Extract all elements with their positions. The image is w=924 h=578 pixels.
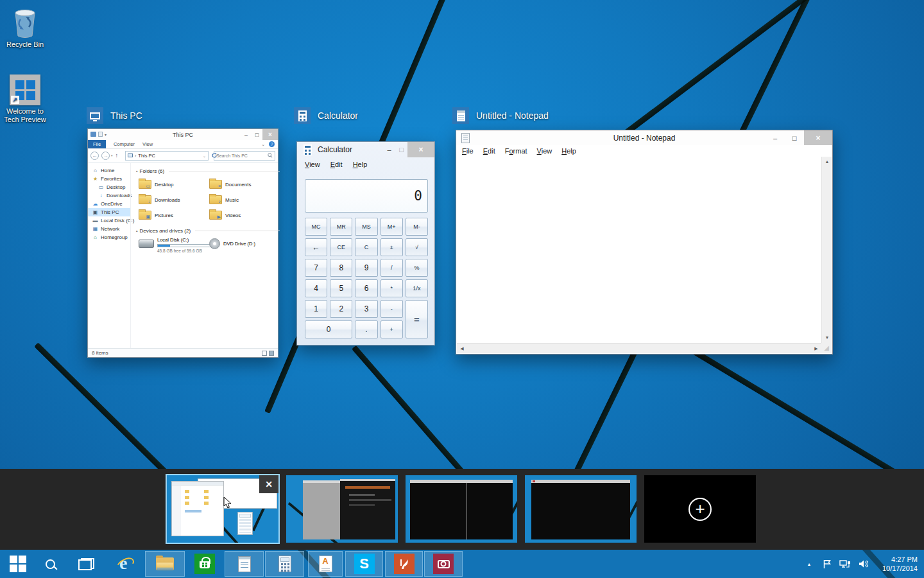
key-sqrt[interactable]: √ bbox=[406, 238, 428, 256]
menu-file[interactable]: File bbox=[462, 147, 474, 155]
folder-item-desktop[interactable]: ▭Desktop bbox=[139, 177, 209, 192]
horizontal-scrollbar[interactable]: ◀ ▶ bbox=[457, 343, 821, 353]
key-4[interactable]: 4 bbox=[305, 279, 327, 297]
key-6[interactable]: 6 bbox=[355, 279, 377, 297]
minimize-button[interactable]: – bbox=[383, 142, 395, 157]
sidebar-item-local-disk[interactable]: ▬Local Disk (C:) bbox=[88, 216, 130, 225]
help-icon[interactable]: ? bbox=[269, 141, 275, 147]
vertical-scrollbar[interactable]: ▲ ▼ bbox=[821, 157, 832, 343]
network-icon[interactable] bbox=[839, 554, 851, 574]
folders-section-header[interactable]: ▴ Folders (6) bbox=[136, 167, 280, 175]
key-7[interactable]: 7 bbox=[305, 259, 327, 277]
thumbnail-view-icon[interactable] bbox=[269, 351, 274, 356]
sidebar-item-home[interactable]: ⌂Home bbox=[88, 166, 130, 175]
taskview-label-calculator[interactable]: Calculator bbox=[294, 107, 358, 124]
close-button[interactable]: × bbox=[262, 129, 278, 140]
menu-edit[interactable]: Edit bbox=[483, 147, 495, 155]
key-equals[interactable]: = bbox=[406, 300, 428, 338]
maximize-button[interactable]: □ bbox=[785, 130, 804, 145]
key-0[interactable]: 0 bbox=[305, 320, 352, 338]
sidebar-item-this-pc[interactable]: ▣This PC bbox=[88, 208, 130, 216]
menu-view[interactable]: View bbox=[537, 147, 552, 155]
up-button[interactable]: ↑ bbox=[116, 152, 119, 159]
key-backspace[interactable]: ← bbox=[305, 238, 327, 256]
collapse-triangle-icon[interactable]: ▴ bbox=[136, 229, 138, 232]
address-drop-icon[interactable]: ⌄ bbox=[203, 153, 206, 158]
recycle-bin-desktop-icon[interactable]: Recycle Bin bbox=[0, 5, 50, 49]
chevron-down-icon[interactable]: ▾ bbox=[105, 132, 107, 137]
scroll-down-icon[interactable]: ▼ bbox=[822, 333, 832, 343]
key-reciprocal[interactable]: 1/x bbox=[406, 279, 428, 297]
key-divide[interactable]: / bbox=[381, 259, 403, 277]
menu-format[interactable]: Format bbox=[505, 147, 527, 155]
add-desktop-button[interactable]: + bbox=[644, 475, 756, 543]
key-negate[interactable]: ± bbox=[381, 238, 403, 256]
breadcrumb[interactable]: This PC bbox=[138, 153, 155, 159]
key-mplus[interactable]: M+ bbox=[381, 218, 403, 236]
sidebar-item-downloads[interactable]: ↓Downloads bbox=[88, 191, 130, 200]
folder-item-documents[interactable]: ≡Documents bbox=[209, 177, 280, 192]
details-view-icon[interactable] bbox=[262, 351, 267, 356]
desktop-thumbnail-4[interactable] bbox=[525, 475, 637, 543]
calculator-window[interactable]: Calculator – □ × View Edit Help 0 MC MR … bbox=[296, 141, 435, 346]
drive-item-dvd[interactable]: DVD Drive (D:) bbox=[209, 237, 280, 253]
search-box[interactable] bbox=[214, 151, 275, 161]
maximize-button[interactable]: □ bbox=[252, 129, 262, 140]
key-1[interactable]: 1 bbox=[305, 300, 327, 318]
key-minus[interactable]: - bbox=[381, 300, 403, 318]
devices-section-header[interactable]: ▴ Devices and drives (2) bbox=[136, 227, 280, 234]
taskview-label-this-pc[interactable]: This PC bbox=[87, 107, 142, 124]
folder-item-music[interactable]: ♪Music bbox=[209, 192, 280, 207]
tray-expand-icon[interactable]: ▲ bbox=[803, 554, 815, 574]
key-mr[interactable]: MR bbox=[330, 218, 352, 236]
close-button[interactable]: × bbox=[407, 142, 434, 157]
wordpad-taskbar-button[interactable]: A bbox=[308, 551, 343, 577]
folder-item-downloads[interactable]: ↓Downloads bbox=[139, 192, 209, 207]
key-c[interactable]: C bbox=[355, 238, 377, 256]
minimize-button[interactable]: – bbox=[766, 130, 785, 145]
welcome-desktop-icon[interactable]: ↗ Welcome to Tech Preview bbox=[0, 72, 50, 124]
close-button[interactable]: × bbox=[804, 130, 832, 145]
collapse-triangle-icon[interactable]: ▴ bbox=[136, 169, 138, 173]
taskbar-clock[interactable]: 4:27 PM 10/17/2014 bbox=[875, 555, 918, 573]
task-view-button[interactable] bbox=[72, 551, 100, 577]
key-multiply[interactable]: * bbox=[381, 279, 403, 297]
skype-taskbar-button[interactable]: S bbox=[345, 551, 383, 577]
notepad-text-area[interactable] bbox=[457, 157, 821, 343]
sidebar-item-onedrive[interactable]: ☁OneDrive bbox=[88, 200, 130, 208]
ribbon-expand-icon[interactable]: ⌄ bbox=[261, 142, 265, 147]
explorer-titlebar[interactable]: ▾ This PC – □ × bbox=[88, 129, 278, 140]
key-9[interactable]: 9 bbox=[355, 259, 377, 277]
key-ce[interactable]: CE bbox=[330, 238, 352, 256]
sidebar-item-favorites[interactable]: ★Favorites bbox=[88, 175, 130, 183]
key-3[interactable]: 3 bbox=[355, 300, 377, 318]
back-button[interactable]: ← bbox=[90, 152, 99, 160]
key-ms[interactable]: MS bbox=[355, 218, 377, 236]
explorer-window[interactable]: ▾ This PC – □ × File Computer View ⌄ ? ←… bbox=[87, 128, 278, 358]
calculator-titlebar[interactable]: Calculator – □ × bbox=[297, 142, 434, 157]
menu-help[interactable]: Help bbox=[561, 147, 576, 155]
sidebar-item-homegroup[interactable]: ⌂Homegroup bbox=[88, 233, 130, 241]
search-input[interactable] bbox=[216, 153, 268, 158]
file-explorer-button[interactable] bbox=[145, 551, 185, 577]
menu-edit[interactable]: Edit bbox=[330, 161, 343, 168]
address-bar[interactable]: › This PC ⌄ bbox=[125, 151, 209, 161]
maximize-button[interactable]: □ bbox=[395, 142, 407, 157]
tab-computer[interactable]: Computer bbox=[114, 141, 135, 147]
notepad-titlebar[interactable]: Untitled - Notepad – □ × bbox=[456, 130, 832, 145]
drive-item-local-disk[interactable]: Local Disk (C:) 45.8 GB free of 59.6 GB bbox=[139, 237, 209, 253]
action-center-flag-icon[interactable] bbox=[821, 554, 833, 574]
paint-taskbar-button[interactable] bbox=[385, 551, 423, 577]
desktop-thumbnail-1[interactable]: ✕ bbox=[167, 475, 278, 543]
history-drop-icon[interactable]: ▾ bbox=[111, 153, 113, 157]
forward-button[interactable]: → bbox=[101, 152, 110, 160]
desktop-thumbnail-2[interactable] bbox=[286, 475, 398, 543]
new-folder-icon[interactable] bbox=[98, 132, 103, 137]
key-percent[interactable]: % bbox=[406, 259, 428, 277]
menu-view[interactable]: View bbox=[305, 161, 320, 168]
notepad-taskbar-button[interactable] bbox=[225, 551, 264, 577]
search-button[interactable] bbox=[37, 551, 63, 577]
start-button[interactable] bbox=[4, 551, 32, 577]
menu-help[interactable]: Help bbox=[353, 161, 368, 168]
scroll-up-icon[interactable]: ▲ bbox=[822, 157, 832, 167]
